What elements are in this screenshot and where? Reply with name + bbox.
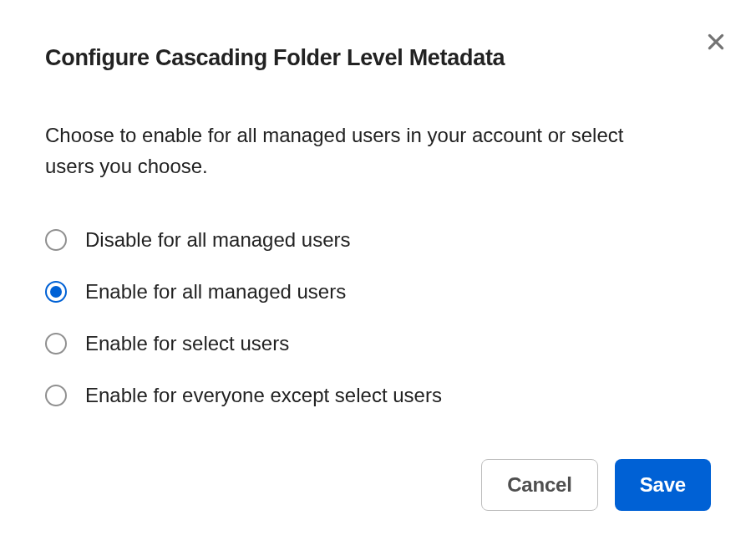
button-row: Cancel Save	[45, 459, 711, 511]
dialog-title: Configure Cascading Folder Level Metadat…	[45, 45, 711, 71]
dialog-description: Choose to enable for all managed users i…	[45, 120, 663, 181]
radio-option-enable-all[interactable]: Enable for all managed users	[45, 280, 711, 304]
radio-dot-icon	[50, 286, 62, 298]
radio-label: Enable for all managed users	[85, 280, 346, 304]
radio-label: Enable for everyone except select users	[85, 384, 442, 407]
close-button[interactable]	[703, 30, 729, 57]
radio-option-enable-select[interactable]: Enable for select users	[45, 332, 711, 355]
radio-label: Disable for all managed users	[85, 228, 351, 252]
radio-option-disable-all[interactable]: Disable for all managed users	[45, 228, 711, 252]
close-icon	[705, 31, 727, 56]
radio-icon	[45, 385, 67, 406]
cancel-button[interactable]: Cancel	[481, 459, 598, 511]
radio-group: Disable for all managed users Enable for…	[45, 228, 711, 407]
radio-label: Enable for select users	[85, 332, 289, 355]
radio-option-enable-except-select[interactable]: Enable for everyone except select users	[45, 384, 711, 407]
save-button[interactable]: Save	[615, 459, 711, 511]
radio-icon	[45, 333, 67, 355]
radio-icon-selected	[45, 281, 67, 303]
radio-icon	[45, 229, 67, 251]
